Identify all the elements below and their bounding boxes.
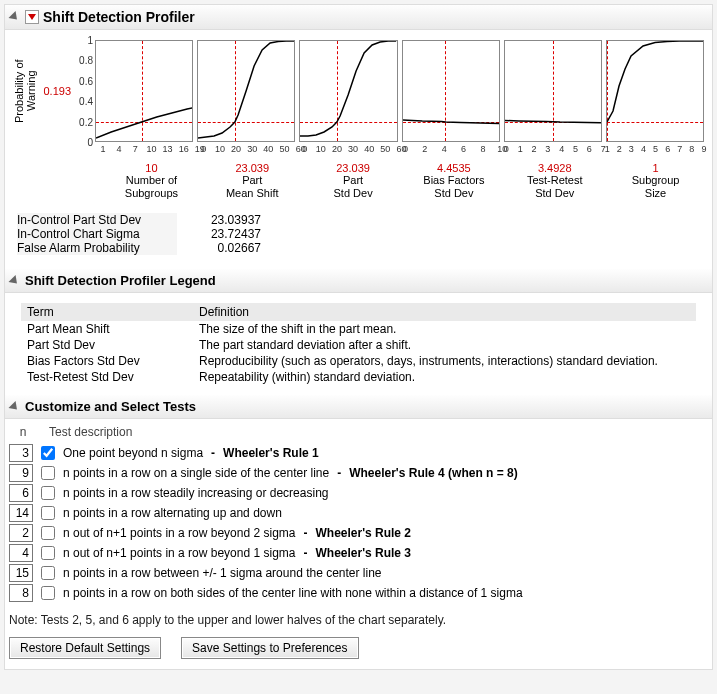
y-tick-label: 0.2: [79, 116, 93, 127]
test-description: n points in a row between +/- 1 sigma ar…: [63, 566, 382, 580]
stats-value: 23.03937: [191, 213, 261, 227]
legend-row: Part Std DevThe part standard deviation …: [21, 337, 696, 353]
test-description: n points in a row alternating up and dow…: [63, 506, 282, 520]
legend-definition: The part standard deviation after a shif…: [193, 337, 696, 353]
test-checkbox[interactable]: [41, 586, 55, 600]
save-settings-button[interactable]: Save Settings to Preferences: [181, 637, 358, 659]
tests-note: Note: Tests 2, 5, and 6 apply to the upp…: [9, 613, 708, 627]
test-n-input[interactable]: [9, 524, 33, 542]
stats-label: False Alarm Probability: [17, 241, 177, 255]
factor-label: Part Std Dev: [305, 174, 402, 199]
factor-cell[interactable]: 3.4928Test-Retest Std Dev: [506, 162, 603, 199]
factor-value: 23.039: [204, 162, 301, 174]
test-n-input[interactable]: [9, 484, 33, 502]
factor-cell[interactable]: 1Subgroup Size: [607, 162, 704, 199]
factor-cell[interactable]: 23.039Part Std Dev: [305, 162, 402, 199]
disclosure-icon: [8, 401, 20, 413]
x-tick-cell: 01234567: [506, 144, 603, 158]
legend-definition: Reproducibility (such as operators, days…: [193, 353, 696, 369]
disclosure-icon: [8, 11, 20, 23]
legend-term: Test-Retest Std Dev: [21, 369, 193, 385]
test-description: n out of n+1 points in a row beyond 1 si…: [63, 546, 295, 560]
test-checkbox[interactable]: [41, 506, 55, 520]
tests-section-header[interactable]: Customize and Select Tests: [5, 395, 712, 419]
test-rule-name: Wheeler's Rule 4 (when n = 8): [349, 466, 518, 480]
stats-table: In-Control Part Std Dev23.03937In-Contro…: [17, 213, 704, 255]
y-tick-label: 0.8: [79, 55, 93, 66]
restore-defaults-button[interactable]: Restore Default Settings: [9, 637, 161, 659]
factor-label: Bias Factors Std Dev: [405, 174, 502, 199]
test-n-input[interactable]: [9, 464, 33, 482]
profiler-section-header[interactable]: Shift Detection Profiler: [5, 5, 712, 30]
legend-definition: Repeatability (within) standard deviatio…: [193, 369, 696, 385]
profiler-chart[interactable]: [402, 40, 500, 142]
test-description: n out of n+1 points in a row beyond 2 si…: [63, 526, 295, 540]
profiler-title: Shift Detection Profiler: [43, 9, 195, 25]
profiler-chart[interactable]: [504, 40, 602, 142]
legend-title: Shift Detection Profiler Legend: [25, 273, 216, 288]
test-row: n points in a row steadily increasing or…: [9, 483, 708, 503]
tests-col-n: n: [9, 425, 37, 439]
stats-row: In-Control Part Std Dev23.03937: [17, 213, 704, 227]
factor-value: 10: [103, 162, 200, 174]
stats-row: False Alarm Probability0.02667: [17, 241, 704, 255]
legend-col-term: Term: [21, 303, 193, 321]
x-tick-cell: 14710131619: [103, 144, 200, 158]
legend-term: Part Mean Shift: [21, 321, 193, 337]
test-row: n points in a row on both sides of the c…: [9, 583, 708, 603]
factor-value: 23.039: [305, 162, 402, 174]
factor-cell[interactable]: 10Number of Subgroups: [103, 162, 200, 199]
factor-cell[interactable]: 23.039Part Mean Shift: [204, 162, 301, 199]
test-row: n out of n+1 points in a row beyond 1 si…: [9, 543, 708, 563]
test-checkbox[interactable]: [41, 546, 55, 560]
legend-term: Bias Factors Std Dev: [21, 353, 193, 369]
legend-table: Term Definition Part Mean ShiftThe size …: [21, 303, 696, 385]
test-checkbox[interactable]: [41, 486, 55, 500]
test-row: n out of n+1 points in a row beyond 2 si…: [9, 523, 708, 543]
profiler-chart[interactable]: [606, 40, 704, 142]
legend-row: Part Mean ShiftThe size of the shift in …: [21, 321, 696, 337]
factor-value: 3.4928: [506, 162, 603, 174]
stats-value: 0.02667: [191, 241, 261, 255]
factor-value: 1: [607, 162, 704, 174]
legend-col-definition: Definition: [193, 303, 696, 321]
disclosure-icon: [8, 275, 20, 287]
profiler-chart[interactable]: [197, 40, 295, 142]
profiler-chart[interactable]: [95, 40, 193, 142]
y-axis-label: Probability of Warning: [13, 40, 37, 142]
y-tick-label: 1: [87, 35, 93, 46]
test-description: n points in a row on a single side of th…: [63, 466, 329, 480]
chart-strip: [95, 40, 704, 142]
test-row: n points in a row between +/- 1 sigma ar…: [9, 563, 708, 583]
test-checkbox[interactable]: [41, 446, 55, 460]
test-n-input[interactable]: [9, 444, 33, 462]
legend-term: Part Std Dev: [21, 337, 193, 353]
test-n-input[interactable]: [9, 504, 33, 522]
tests-title: Customize and Select Tests: [25, 399, 196, 414]
factor-label: Part Mean Shift: [204, 174, 301, 199]
stats-value: 23.72437: [191, 227, 261, 241]
test-rule-name: Wheeler's Rule 1: [223, 446, 319, 460]
test-description: n points in a row steadily increasing or…: [63, 486, 328, 500]
test-checkbox[interactable]: [41, 526, 55, 540]
tests-col-desc: Test description: [49, 425, 132, 439]
factor-label: Subgroup Size: [607, 174, 704, 199]
factor-cell[interactable]: 4.4535Bias Factors Std Dev: [405, 162, 502, 199]
x-tick-cell: 123456789: [607, 144, 704, 158]
test-description: n points in a row on both sides of the c…: [63, 586, 523, 600]
test-n-input[interactable]: [9, 544, 33, 562]
factor-labels-row: 10Number of Subgroups23.039Part Mean Shi…: [103, 162, 704, 199]
test-n-input[interactable]: [9, 584, 33, 602]
x-tick-cell: 0246810: [405, 144, 502, 158]
y-axis-marker-value: 0.193: [37, 40, 73, 142]
profiler-chart[interactable]: [299, 40, 397, 142]
legend-section-header[interactable]: Shift Detection Profiler Legend: [5, 269, 712, 293]
hotspot-icon[interactable]: [25, 10, 39, 24]
y-axis-ticks: 00.20.40.60.81: [73, 40, 95, 142]
test-checkbox[interactable]: [41, 466, 55, 480]
legend-row: Test-Retest Std DevRepeatability (within…: [21, 369, 696, 385]
test-n-input[interactable]: [9, 564, 33, 582]
factor-value: 4.4535: [405, 162, 502, 174]
x-tick-cell: 0102030405060: [305, 144, 402, 158]
test-checkbox[interactable]: [41, 566, 55, 580]
